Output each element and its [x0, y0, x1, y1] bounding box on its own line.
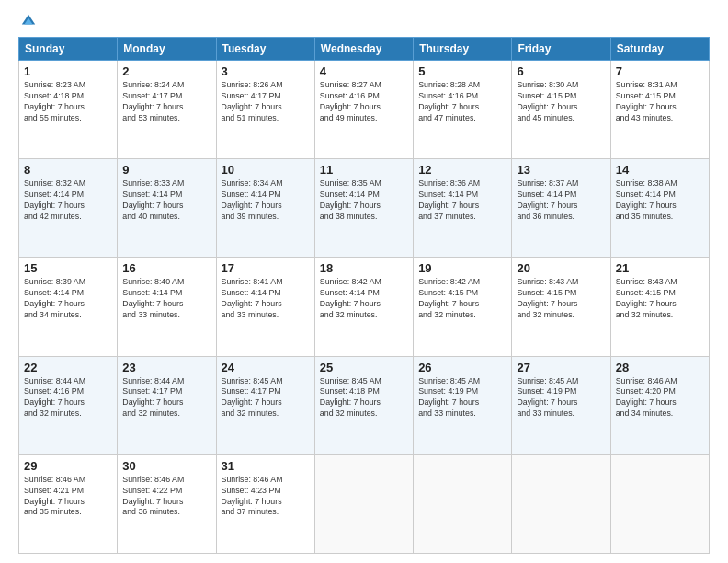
- day-header-saturday: Saturday: [610, 38, 709, 61]
- cell-info: Sunrise: 8:37 AMSunset: 4:14 PMDaylight:…: [517, 178, 605, 223]
- calendar-cell: 25Sunrise: 8:45 AMSunset: 4:18 PMDayligh…: [314, 356, 413, 454]
- day-header-friday: Friday: [512, 38, 610, 61]
- calendar-cell: 26Sunrise: 8:45 AMSunset: 4:19 PMDayligh…: [414, 356, 512, 454]
- day-number: 20: [517, 261, 605, 275]
- day-number: 27: [517, 361, 605, 374]
- calendar-week-3: 15Sunrise: 8:39 AMSunset: 4:14 PMDayligh…: [19, 258, 710, 356]
- day-number: 15: [24, 261, 112, 275]
- day-number: 25: [320, 361, 408, 374]
- day-number: 4: [320, 64, 408, 78]
- calendar-cell: 7Sunrise: 8:31 AMSunset: 4:15 PMDaylight…: [610, 61, 709, 159]
- calendar-cell: 18Sunrise: 8:42 AMSunset: 4:14 PMDayligh…: [314, 258, 413, 356]
- day-number: 19: [418, 261, 506, 275]
- cell-info: Sunrise: 8:26 AMSunset: 4:17 PMDaylight:…: [222, 80, 310, 124]
- day-header-wednesday: Wednesday: [314, 38, 413, 61]
- cell-info: Sunrise: 8:45 AMSunset: 4:19 PMDaylight:…: [418, 376, 506, 420]
- day-number: 11: [320, 163, 408, 177]
- calendar-cell: 15Sunrise: 8:39 AMSunset: 4:14 PMDayligh…: [19, 258, 118, 356]
- calendar-cell: 16Sunrise: 8:40 AMSunset: 4:14 PMDayligh…: [118, 258, 216, 356]
- cell-info: Sunrise: 8:39 AMSunset: 4:14 PMDaylight:…: [24, 277, 112, 321]
- calendar-cell: 4Sunrise: 8:27 AMSunset: 4:16 PMDaylight…: [314, 61, 413, 159]
- cell-info: Sunrise: 8:34 AMSunset: 4:14 PMDaylight:…: [222, 178, 310, 223]
- cell-info: Sunrise: 8:46 AMSunset: 4:20 PMDaylight:…: [616, 376, 704, 420]
- calendar-cell: 3Sunrise: 8:26 AMSunset: 4:17 PMDaylight…: [216, 61, 314, 159]
- calendar-cell: 31Sunrise: 8:46 AMSunset: 4:23 PMDayligh…: [216, 454, 314, 553]
- cell-info: Sunrise: 8:35 AMSunset: 4:14 PMDaylight:…: [320, 178, 408, 223]
- calendar-cell: 6Sunrise: 8:30 AMSunset: 4:15 PMDaylight…: [512, 61, 610, 159]
- calendar-cell: [512, 454, 610, 553]
- cell-info: Sunrise: 8:43 AMSunset: 4:15 PMDaylight:…: [616, 277, 704, 321]
- cell-info: Sunrise: 8:24 AMSunset: 4:17 PMDaylight:…: [122, 80, 210, 124]
- calendar-cell: 20Sunrise: 8:43 AMSunset: 4:15 PMDayligh…: [512, 258, 610, 356]
- day-number: 28: [616, 361, 704, 374]
- calendar-cell: 30Sunrise: 8:46 AMSunset: 4:22 PMDayligh…: [118, 454, 216, 553]
- cell-info: Sunrise: 8:30 AMSunset: 4:15 PMDaylight:…: [517, 80, 605, 124]
- calendar-cell: 23Sunrise: 8:44 AMSunset: 4:17 PMDayligh…: [118, 356, 216, 454]
- day-number: 22: [24, 361, 112, 374]
- calendar-cell: 8Sunrise: 8:32 AMSunset: 4:14 PMDaylight…: [19, 159, 118, 258]
- day-header-tuesday: Tuesday: [216, 38, 314, 61]
- day-number: 30: [122, 459, 210, 473]
- cell-info: Sunrise: 8:43 AMSunset: 4:15 PMDaylight:…: [517, 277, 605, 321]
- day-number: 17: [222, 261, 310, 275]
- day-header-thursday: Thursday: [414, 38, 512, 61]
- day-number: 1: [24, 64, 112, 78]
- calendar-cell: 21Sunrise: 8:43 AMSunset: 4:15 PMDayligh…: [610, 258, 709, 356]
- day-number: 23: [122, 361, 210, 374]
- day-number: 7: [616, 64, 704, 78]
- logo-icon: [20, 13, 37, 29]
- calendar-cell: 10Sunrise: 8:34 AMSunset: 4:14 PMDayligh…: [216, 159, 314, 258]
- cell-info: Sunrise: 8:32 AMSunset: 4:14 PMDaylight:…: [24, 178, 112, 223]
- calendar-cell: [414, 454, 512, 553]
- day-number: 16: [122, 261, 210, 275]
- calendar-week-4: 22Sunrise: 8:44 AMSunset: 4:16 PMDayligh…: [19, 356, 710, 454]
- cell-info: Sunrise: 8:23 AMSunset: 4:18 PMDaylight:…: [24, 80, 112, 124]
- day-number: 31: [222, 459, 310, 473]
- cell-info: Sunrise: 8:28 AMSunset: 4:16 PMDaylight:…: [418, 80, 506, 124]
- cell-info: Sunrise: 8:45 AMSunset: 4:19 PMDaylight:…: [517, 376, 605, 420]
- header: [18, 15, 710, 29]
- cell-info: Sunrise: 8:42 AMSunset: 4:15 PMDaylight:…: [418, 277, 506, 321]
- day-number: 9: [122, 163, 210, 177]
- calendar-cell: 2Sunrise: 8:24 AMSunset: 4:17 PMDaylight…: [118, 61, 216, 159]
- day-number: 29: [24, 459, 112, 473]
- day-number: 18: [320, 261, 408, 275]
- calendar-cell: 5Sunrise: 8:28 AMSunset: 4:16 PMDaylight…: [414, 61, 512, 159]
- calendar-cell: 22Sunrise: 8:44 AMSunset: 4:16 PMDayligh…: [19, 356, 118, 454]
- cell-info: Sunrise: 8:46 AMSunset: 4:23 PMDaylight:…: [222, 475, 310, 519]
- cell-info: Sunrise: 8:44 AMSunset: 4:16 PMDaylight:…: [24, 376, 112, 420]
- calendar-cell: 1Sunrise: 8:23 AMSunset: 4:18 PMDaylight…: [19, 61, 118, 159]
- logo: [18, 15, 37, 29]
- cell-info: Sunrise: 8:42 AMSunset: 4:14 PMDaylight:…: [320, 277, 408, 321]
- day-number: 13: [517, 163, 605, 177]
- day-number: 14: [616, 163, 704, 177]
- calendar-cell: 13Sunrise: 8:37 AMSunset: 4:14 PMDayligh…: [512, 159, 610, 258]
- day-number: 26: [418, 361, 506, 374]
- day-number: 8: [24, 163, 112, 177]
- calendar-table: SundayMondayTuesdayWednesdayThursdayFrid…: [18, 37, 710, 554]
- page: SundayMondayTuesdayWednesdayThursdayFrid…: [0, 0, 728, 563]
- day-number: 21: [616, 261, 704, 275]
- calendar-cell: 12Sunrise: 8:36 AMSunset: 4:14 PMDayligh…: [414, 159, 512, 258]
- cell-info: Sunrise: 8:45 AMSunset: 4:18 PMDaylight:…: [320, 376, 408, 420]
- day-number: 10: [222, 163, 310, 177]
- calendar-cell: 24Sunrise: 8:45 AMSunset: 4:17 PMDayligh…: [216, 356, 314, 454]
- day-header-monday: Monday: [118, 38, 216, 61]
- day-number: 6: [517, 64, 605, 78]
- calendar-cell: 19Sunrise: 8:42 AMSunset: 4:15 PMDayligh…: [414, 258, 512, 356]
- cell-info: Sunrise: 8:31 AMSunset: 4:15 PMDaylight:…: [616, 80, 704, 124]
- calendar-cell: 11Sunrise: 8:35 AMSunset: 4:14 PMDayligh…: [314, 159, 413, 258]
- day-number: 2: [122, 64, 210, 78]
- cell-info: Sunrise: 8:45 AMSunset: 4:17 PMDaylight:…: [222, 376, 310, 420]
- cell-info: Sunrise: 8:38 AMSunset: 4:14 PMDaylight:…: [616, 178, 704, 223]
- cell-info: Sunrise: 8:41 AMSunset: 4:14 PMDaylight:…: [222, 277, 310, 321]
- day-number: 3: [222, 64, 310, 78]
- calendar-cell: 29Sunrise: 8:46 AMSunset: 4:21 PMDayligh…: [19, 454, 118, 553]
- calendar-cell: 14Sunrise: 8:38 AMSunset: 4:14 PMDayligh…: [610, 159, 709, 258]
- cell-info: Sunrise: 8:44 AMSunset: 4:17 PMDaylight:…: [122, 376, 210, 420]
- calendar-cell: 28Sunrise: 8:46 AMSunset: 4:20 PMDayligh…: [610, 356, 709, 454]
- cell-info: Sunrise: 8:33 AMSunset: 4:14 PMDaylight:…: [122, 178, 210, 223]
- cell-info: Sunrise: 8:46 AMSunset: 4:22 PMDaylight:…: [122, 475, 210, 519]
- cell-info: Sunrise: 8:40 AMSunset: 4:14 PMDaylight:…: [122, 277, 210, 321]
- day-number: 12: [418, 163, 506, 177]
